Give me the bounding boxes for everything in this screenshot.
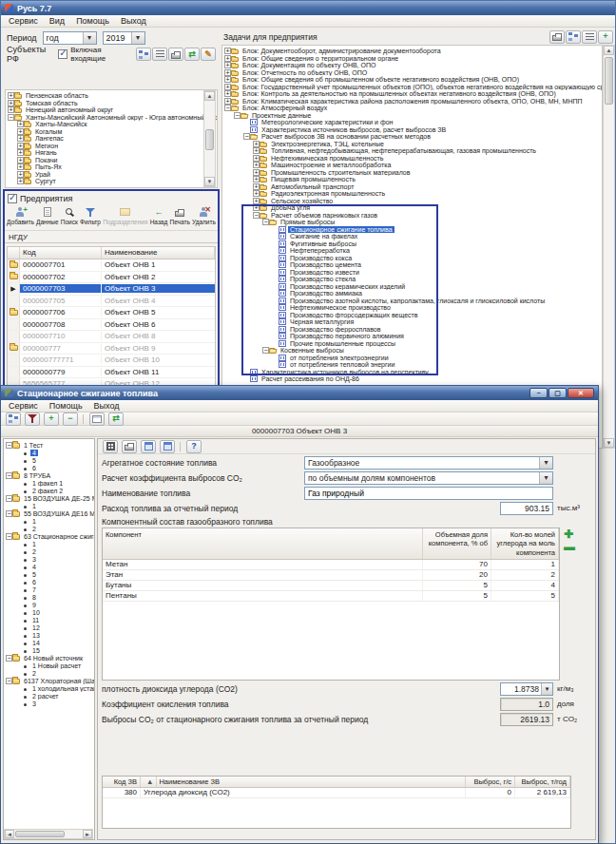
sources-tree-hscrollbar[interactable]: ◄ ► — [4, 829, 93, 839]
tree-item[interactable]: 10 — [6, 608, 94, 616]
minimize-button[interactable]: − — [529, 388, 548, 398]
tree-item[interactable]: +Блок: Документооборот, администрировани… — [224, 48, 602, 55]
tree-item[interactable]: 7 — [6, 585, 94, 593]
tree-item[interactable]: −Расчет выбросов ЗВ на основании расчетн… — [224, 133, 602, 141]
tree-item[interactable]: от потребления электроэнергии — [224, 355, 602, 362]
column-header[interactable]: Объемная доля компонента, % об — [423, 528, 491, 559]
tree-item[interactable]: +Машиностроение и металлообработка — [224, 162, 602, 169]
expander-icon[interactable]: + — [253, 204, 260, 211]
remove-icon[interactable]: − — [63, 412, 78, 426]
table-row[interactable]: 0000007705Объект ОНВ 4 — [8, 296, 215, 308]
table-row[interactable]: 0000007706Объект ОНВ 5 — [8, 307, 215, 319]
enterprises-toolbar-button[interactable]: Данные — [35, 205, 60, 226]
expander-icon[interactable]: + — [8, 106, 14, 113]
hierarchy-icon[interactable] — [6, 412, 21, 426]
scroll-thumb[interactable] — [205, 129, 214, 150]
tree-item[interactable]: Нефтехимическое производство — [224, 304, 602, 312]
tree-item[interactable]: +Промышленность строительных материалов — [224, 169, 602, 177]
tree-item[interactable]: 3 — [6, 700, 94, 707]
tree-item[interactable]: 1 холодильная установка М — [6, 684, 94, 692]
menu-item[interactable]: Сервис — [4, 400, 43, 412]
tree-item[interactable]: −15 ВОЗДУШКА ДЕ-25 М3 — [6, 494, 94, 502]
tree-item[interactable]: 4 — [6, 563, 94, 570]
tree-item[interactable]: Нефтепереработка — [224, 247, 602, 255]
menu-item[interactable]: Сервис — [4, 15, 43, 27]
tree-item[interactable]: 1 — [6, 540, 94, 547]
tree-item[interactable]: Производство первичного алюминия — [224, 333, 602, 340]
expander-icon[interactable]: + — [17, 178, 24, 184]
print-icon[interactable] — [549, 30, 565, 44]
field-number-input[interactable]: 903.15 — [500, 502, 553, 515]
filter-red-icon[interactable] — [25, 412, 40, 426]
tree-item[interactable]: Расчет рассеивания по ОНД-86 — [224, 375, 602, 383]
print-icon[interactable] — [122, 440, 137, 453]
tree-item[interactable]: 12 — [6, 623, 94, 631]
tree-item[interactable]: +Лангепас — [8, 135, 217, 143]
tree-item[interactable]: 2 расчет — [6, 692, 94, 700]
scroll-up-icon[interactable]: ▲ — [604, 46, 614, 55]
tree-item[interactable]: +Пищевая промышленность — [224, 176, 602, 183]
expander-icon[interactable]: + — [224, 98, 231, 105]
column-header[interactable]: Выброс, г/с — [466, 777, 515, 787]
enterprises-toolbar-button[interactable]: Печать — [168, 205, 191, 226]
tree-item[interactable]: −Ханты-Мансийский Автономный округ - Югр… — [8, 114, 217, 122]
tree-item[interactable]: Стационарное сжигание топлива — [224, 226, 602, 234]
enterprises-toolbar-button[interactable]: +Добавить — [6, 205, 35, 226]
add-row-button[interactable]: ✚ — [564, 529, 575, 539]
table-row[interactable]: 0000007701Объект ОНВ 1 — [8, 259, 215, 272]
field-input[interactable] — [304, 487, 553, 500]
enterprises-filter[interactable]: НГДУ — [5, 231, 218, 243]
tree-item[interactable]: +Электроэнергетика, ТЭЦ, котельные — [224, 141, 602, 148]
expander-icon[interactable]: + — [253, 141, 260, 147]
tree-item[interactable]: +Топливная, нефтедобывающая, нефтеперера… — [224, 147, 602, 155]
expander-icon[interactable]: + — [224, 76, 231, 83]
expander-icon[interactable]: + — [17, 135, 24, 142]
tree-item[interactable]: 6 — [6, 578, 94, 585]
tree-item[interactable]: Производство аммиака — [224, 290, 602, 297]
tree-item[interactable]: +Нягань — [8, 149, 217, 157]
menu-item[interactable]: Помощь — [45, 400, 87, 412]
help-icon[interactable]: ? — [186, 440, 202, 453]
enterprises-toolbar-button[interactable]: ✕Удалить — [191, 205, 217, 226]
tree-item[interactable]: Сжигание на факелах — [224, 233, 602, 240]
hierarchy-icon[interactable] — [136, 48, 151, 61]
tree-item[interactable]: +Радиоэлектронная промышленность — [224, 190, 602, 198]
tree-item[interactable]: 2 — [6, 525, 94, 532]
menu-item[interactable]: Помощь — [71, 15, 114, 27]
tree-item[interactable]: +Когалым — [8, 128, 217, 136]
scroll-down-icon[interactable]: ▼ — [604, 438, 614, 448]
expander-icon[interactable]: − — [6, 655, 12, 662]
tree-item[interactable]: Характеристика источников выбросов на пе… — [224, 369, 602, 376]
edit-icon[interactable]: ✎ — [201, 48, 216, 61]
expander-icon[interactable]: + — [253, 155, 260, 162]
enterprises-toolbar-button[interactable]: Фильтр — [79, 205, 102, 226]
tree-item[interactable]: +Нефтехимическая промышленность — [224, 155, 602, 163]
field-select[interactable]: по объемным долям компонентов — [304, 471, 553, 485]
tree-item[interactable]: +Ненецкий автономный округ — [8, 106, 217, 114]
subjects-scrollbar[interactable]: ▲ ▼ — [203, 90, 216, 187]
tree-item[interactable]: 2 — [6, 547, 94, 555]
dialog-titlebar[interactable]: Стационарное сжигание топлива −▢✕ — [1, 386, 598, 400]
expander-icon[interactable]: + — [17, 149, 24, 156]
tree-item[interactable]: −Расчет объемов парниковых газов — [224, 212, 602, 220]
period-year-select[interactable]: 2019 — [103, 31, 145, 45]
tree-item[interactable]: от потребления тепловой энергии — [224, 361, 602, 369]
tree-item[interactable]: Производство извести — [224, 269, 602, 277]
tasks-scrollbar[interactable]: ▲ ▼ — [603, 45, 615, 449]
tree-item[interactable]: −63 Стационарное сжигание топ — [6, 532, 94, 540]
expander-icon[interactable]: − — [6, 533, 12, 540]
hierarchy-icon[interactable] — [566, 30, 581, 44]
expander-icon[interactable]: + — [224, 48, 231, 54]
tree-item[interactable]: −Проектные данные — [224, 112, 602, 120]
tree-item[interactable]: +Сельское хозяйство — [224, 198, 602, 205]
tree-item[interactable]: Прочие промышленные процессы — [224, 340, 602, 348]
tree-item[interactable]: 2 — [6, 669, 94, 677]
calc-icon[interactable] — [141, 440, 156, 453]
name-column-header[interactable]: Наименование — [102, 247, 215, 259]
tree-item[interactable]: +Урай — [8, 171, 217, 179]
tree-item[interactable]: 14 — [6, 639, 94, 646]
table-row[interactable]: 0000000779Объект ОНВ 11 — [8, 367, 215, 379]
refresh-icon[interactable]: ⇄ — [184, 48, 200, 61]
table-row[interactable]: 000000777771Объект ОНВ 10 — [8, 355, 215, 367]
expander-icon[interactable]: + — [253, 176, 260, 182]
